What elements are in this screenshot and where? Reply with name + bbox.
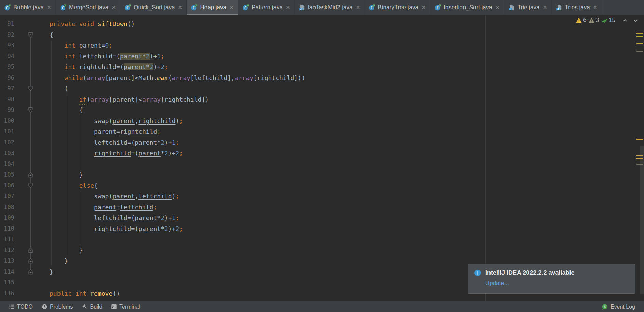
svg-text:J: J <box>557 7 559 10</box>
code-line-98[interactable]: if(array[parent]<array[rightchild]) <box>0 94 644 105</box>
class-icon: C <box>435 4 441 11</box>
tab-label: MergeSort.java <box>69 4 108 11</box>
code-line-96[interactable]: while(array[parent]<Math.max(array[leftc… <box>0 73 644 83</box>
java-file-icon: J <box>299 4 305 11</box>
class-icon: C <box>125 4 131 11</box>
tab-label: BinaryTree.java <box>378 4 418 11</box>
tab-Bubble-java[interactable]: CBubble.java× <box>0 0 56 15</box>
error-stripe-mark[interactable] <box>636 155 643 156</box>
tab-close-icon[interactable]: × <box>285 4 290 11</box>
svg-text:C: C <box>371 6 373 10</box>
statusbar-item-label: TODO <box>17 304 33 310</box>
code-line-110[interactable]: rightchild=(parent*2)+2; <box>0 223 644 234</box>
code-line-97[interactable]: { <box>0 83 644 94</box>
code-line-91[interactable]: private void siftDown() <box>0 18 644 29</box>
tab-Insertion_Sort-java[interactable]: CInsertion_Sort.java× <box>430 0 504 15</box>
statusbar-item-terminal[interactable]: Terminal <box>111 304 140 310</box>
tab-close-icon[interactable]: × <box>355 4 360 11</box>
tab-close-icon[interactable]: × <box>421 4 426 11</box>
notification-title: IntelliJ IDEA 2022.2.2 available <box>485 269 574 276</box>
ide-window: CBubble.java×CMergeSort.java×CQuick_Sort… <box>0 0 644 312</box>
tab-MergeSort-java[interactable]: CMergeSort.java× <box>56 0 120 15</box>
tab-Heap-java[interactable]: CHeap.java× <box>187 0 238 15</box>
error-stripe-mark[interactable] <box>636 51 643 52</box>
event-log-balloon-icon: 4 <box>601 304 608 310</box>
statusbar-item-label: Terminal <box>119 304 140 310</box>
svg-text:J: J <box>300 7 302 10</box>
code-line-111[interactable] <box>0 234 644 245</box>
tab-close-icon[interactable]: × <box>111 4 116 11</box>
todo-icon <box>9 304 15 310</box>
code-line-99[interactable]: { <box>0 105 644 116</box>
error-stripe-mark[interactable] <box>636 164 643 165</box>
update-notification-popup: IntelliJ IDEA 2022.2.2 available Update.… <box>468 264 635 294</box>
code-line-94[interactable]: int leftchild=(parent*2)+1; <box>0 51 644 62</box>
tab-close-icon[interactable]: × <box>542 4 547 11</box>
status-bar: 4 Event Log TODOProblemsBuildTerminal <box>0 301 644 312</box>
tab-Quick_Sort-java[interactable]: CQuick_Sort.java× <box>120 0 187 15</box>
statusbar-item-label: Problems <box>50 304 73 310</box>
error-stripe-mark[interactable] <box>636 36 643 37</box>
tab-BinaryTree-java[interactable]: CBinaryTree.java× <box>364 0 430 15</box>
tab-close-icon[interactable]: × <box>46 4 51 11</box>
code-line-92[interactable]: { <box>0 29 644 40</box>
statusbar-item-label: Build <box>90 304 103 310</box>
statusbar-item-todo[interactable]: TODO <box>9 304 33 310</box>
event-log-label: Event Log <box>611 304 635 310</box>
statusbar-item-problems[interactable]: Problems <box>42 304 73 310</box>
statusbar-item-build[interactable]: Build <box>82 304 103 310</box>
svg-text:C: C <box>437 6 439 10</box>
svg-text:4: 4 <box>604 305 606 309</box>
code-line-104[interactable] <box>0 159 644 170</box>
problems-icon <box>42 304 48 310</box>
tab-Pattern-java[interactable]: CPattern.java× <box>238 0 295 15</box>
error-stripe-mark[interactable] <box>636 139 643 140</box>
class-icon: C <box>60 4 66 11</box>
tab-Tries-java[interactable]: JTries.java× <box>552 0 602 15</box>
svg-text:C: C <box>126 6 129 10</box>
code-line-105[interactable]: } <box>0 169 644 180</box>
tab-close-icon[interactable]: × <box>593 4 597 11</box>
code-line-103[interactable]: rightchild=(parent*2)+2; <box>0 148 644 159</box>
svg-text:C: C <box>62 6 64 10</box>
code-line-112[interactable]: } <box>0 245 644 256</box>
info-icon <box>474 269 481 276</box>
svg-text:J: J <box>510 7 511 10</box>
tab-close-icon[interactable]: × <box>229 4 233 11</box>
editor-tab-bar: CBubble.java×CMergeSort.java×CQuick_Sort… <box>0 0 644 15</box>
code-line-100[interactable]: swap(parent,rightchild); <box>0 116 644 127</box>
code-line-108[interactable]: parent=leftchild; <box>0 202 644 213</box>
class-icon: C <box>191 4 197 11</box>
tab-close-icon[interactable]: × <box>177 4 182 11</box>
code-line-107[interactable]: swap(parent,leftchild); <box>0 191 644 202</box>
tab-label: Trie.java <box>518 4 540 11</box>
class-icon: C <box>4 4 11 11</box>
event-log-button[interactable]: 4 Event Log <box>601 301 635 312</box>
java-file-icon: J <box>509 4 515 11</box>
code-line-102[interactable]: leftchild=(parent*2)+1; <box>0 137 644 148</box>
update-link[interactable]: Update... <box>485 280 509 287</box>
error-stripe-mark[interactable] <box>636 43 643 44</box>
code-editor[interactable]: 6 3 15 IntelliJ IDEA 2022.2.2 available … <box>0 15 644 301</box>
tab-label: Pattern.java <box>252 4 283 11</box>
terminal-icon <box>111 304 117 310</box>
code-line-106[interactable]: else{ <box>0 180 644 191</box>
tab-labTaskMid2-java[interactable]: JlabTaskMid2.java× <box>295 0 365 15</box>
tab-Trie-java[interactable]: JTrie.java× <box>504 0 552 15</box>
class-icon: C <box>243 4 249 11</box>
error-stripe-mark[interactable] <box>636 158 643 159</box>
tab-close-icon[interactable]: × <box>495 4 499 11</box>
code-line-93[interactable]: int parent=0; <box>0 40 644 51</box>
error-stripe-mark[interactable] <box>636 32 643 34</box>
tab-label: Tries.java <box>565 4 590 11</box>
class-icon: C <box>369 4 375 11</box>
svg-text:C: C <box>6 6 8 10</box>
tab-label: Quick_Sort.java <box>134 4 175 11</box>
tab-label: labTaskMid2.java <box>308 4 352 11</box>
code-line-95[interactable]: int rightchild=(parent*2)+2; <box>0 62 644 73</box>
build-icon <box>82 304 88 310</box>
code-line-109[interactable]: leftchild=(parent*2)+1; <box>0 212 644 223</box>
java-file-icon: J <box>556 4 562 11</box>
tab-label: Bubble.java <box>13 4 44 11</box>
code-line-101[interactable]: parent=rightchild; <box>0 126 644 137</box>
